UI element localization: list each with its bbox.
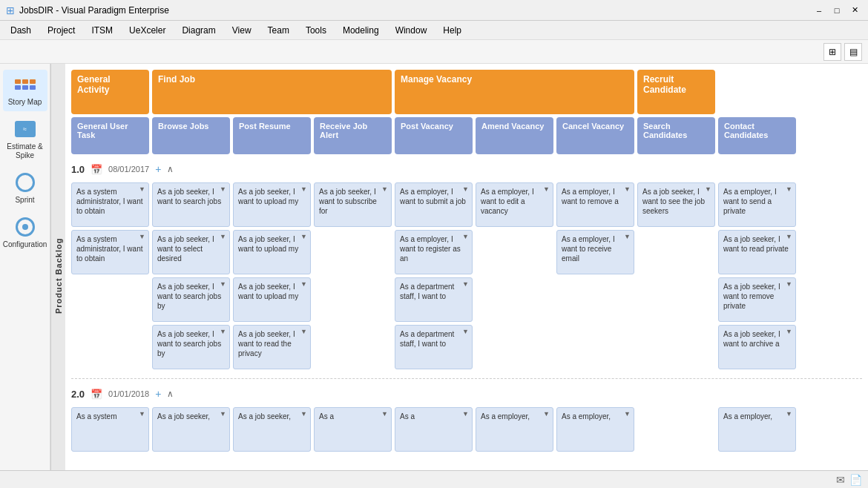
task-card[interactable]: ▼As a job seeker, I want to see the job … <box>637 182 715 227</box>
task-dropdown-icon[interactable]: ▼ <box>462 185 469 194</box>
document-icon[interactable]: 📄 <box>849 474 862 486</box>
task-card[interactable]: ▼As a employer, <box>718 407 796 452</box>
task-dropdown-icon[interactable]: ▼ <box>381 185 388 194</box>
task-dropdown-icon[interactable]: ▼ <box>300 280 307 289</box>
menu-item-team[interactable]: Team <box>260 23 297 38</box>
task-card[interactable]: ▼As a job seeker, I want to archive a <box>718 325 796 369</box>
sprint-collapse-btn[interactable]: ∧ <box>167 389 174 399</box>
story-card-post-resume[interactable]: Post Resume <box>233 117 311 154</box>
task-dropdown-icon[interactable]: ▼ <box>139 233 145 242</box>
task-dropdown-icon[interactable]: ▼ <box>786 185 792 194</box>
toolbar-panel-btn[interactable]: ▤ <box>844 43 862 61</box>
task-card[interactable]: ▼As a employer, <box>556 407 634 452</box>
story-card-browse-jobs[interactable]: Browse Jobs <box>152 117 230 154</box>
epic-card-recruit-candidate[interactable]: Recruit Candidate <box>637 70 715 114</box>
task-dropdown-icon[interactable]: ▼ <box>624 233 631 242</box>
task-dropdown-icon[interactable]: ▼ <box>786 233 792 242</box>
task-dropdown-icon[interactable]: ▼ <box>543 410 550 419</box>
task-card[interactable]: ▼As a employer, I want to edit a vacancy <box>476 182 553 227</box>
story-card-amend-vacancy[interactable]: Amend Vacancy <box>476 117 553 154</box>
sidebar-item-estimate-spike[interactable]: ≈ Estimate & Spike <box>3 114 47 165</box>
task-card[interactable]: ▼As a employer, I want to remove a <box>556 182 634 227</box>
task-card[interactable]: ▼As a employer, I want to register as an <box>395 230 473 274</box>
board-area[interactable]: General ActivityFind JobManage VacancyRe… <box>65 64 868 488</box>
task-card[interactable]: ▼As a <box>314 407 392 452</box>
task-card[interactable]: ▼As a job seeker, <box>233 407 311 452</box>
menu-item-view[interactable]: View <box>225 23 259 38</box>
task-dropdown-icon[interactable]: ▼ <box>543 185 550 194</box>
task-card[interactable]: ▼As a job seeker, I want to search jobs … <box>152 277 230 322</box>
task-dropdown-icon[interactable]: ▼ <box>300 328 307 337</box>
task-card[interactable]: ▼As a job seeker, I want to subscribe fo… <box>314 182 392 227</box>
task-dropdown-icon[interactable]: ▼ <box>705 185 711 194</box>
task-card[interactable]: ▼As a employer, I want to send a private <box>718 182 796 227</box>
sidebar-item-configuration[interactable]: Configuration <box>3 212 47 254</box>
task-dropdown-icon[interactable]: ▼ <box>300 185 307 194</box>
task-dropdown-icon[interactable]: ▼ <box>786 280 792 289</box>
sprint-collapse-btn[interactable]: ∧ <box>167 164 174 174</box>
task-dropdown-icon[interactable]: ▼ <box>786 328 792 337</box>
story-card-post-vacancy[interactable]: Post Vacancy <box>395 117 473 154</box>
task-card[interactable]: ▼As a job seeker, I want to remove priva… <box>718 277 796 322</box>
task-card[interactable]: ▼As a job seeker, I want to search jobs <box>152 182 230 227</box>
email-icon[interactable]: ✉ <box>836 474 845 486</box>
menu-item-project[interactable]: Project <box>40 23 82 38</box>
epic-card-manage-vacancy[interactable]: Manage Vacancy <box>395 70 634 114</box>
task-card[interactable]: ▼As a department staff, I want to <box>395 325 473 369</box>
story-card-contact-candidates[interactable]: Contact Candidates <box>718 117 796 154</box>
task-dropdown-icon[interactable]: ▼ <box>139 185 145 194</box>
menu-item-help[interactable]: Help <box>435 23 469 38</box>
task-card[interactable]: ▼As a employer, <box>476 407 553 452</box>
task-dropdown-icon[interactable]: ▼ <box>220 185 226 194</box>
maximize-button[interactable]: □ <box>829 3 844 18</box>
task-card[interactable]: ▼As a system administrator, I want to ob… <box>71 230 149 274</box>
menu-item-modeling[interactable]: Modeling <box>335 23 387 38</box>
task-dropdown-icon[interactable]: ▼ <box>220 328 226 337</box>
task-card[interactable]: ▼As a job seeker, I want to read private <box>718 230 796 274</box>
epic-card-general-activity[interactable]: General Activity <box>71 70 149 114</box>
task-dropdown-icon[interactable]: ▼ <box>462 280 469 289</box>
menu-item-itsm[interactable]: ITSM <box>84 23 120 38</box>
task-dropdown-icon[interactable]: ▼ <box>300 233 307 242</box>
sidebar-item-sprint[interactable]: Sprint <box>3 168 47 209</box>
task-card[interactable]: ▼As a job seeker, I want to search jobs … <box>152 325 230 369</box>
task-card[interactable]: ▼As a job seeker, I want to select desir… <box>152 230 230 274</box>
menu-item-tools[interactable]: Tools <box>298 23 334 38</box>
task-dropdown-icon[interactable]: ▼ <box>462 233 469 242</box>
task-dropdown-icon[interactable]: ▼ <box>300 410 307 419</box>
task-dropdown-icon[interactable]: ▼ <box>462 328 469 337</box>
epic-card-find-job[interactable]: Find Job <box>152 70 392 114</box>
task-card[interactable]: ▼As a employer, I want to receive email <box>556 230 634 274</box>
task-card[interactable]: ▼As a job seeker, I want to upload my <box>233 230 311 274</box>
task-dropdown-icon[interactable]: ▼ <box>220 280 226 289</box>
task-card[interactable]: ▼As a job seeker, I want to upload my <box>233 277 311 322</box>
story-card-cancel-vacancy[interactable]: Cancel Vacancy <box>556 117 634 154</box>
minimize-button[interactable]: – <box>812 3 826 18</box>
task-card[interactable]: ▼As a job seeker, I want to read the pri… <box>233 325 311 369</box>
task-card[interactable]: ▼As a job seeker, <box>152 407 230 452</box>
task-dropdown-icon[interactable]: ▼ <box>139 410 145 419</box>
task-card[interactable]: ▼As a employer, I want to submit a job <box>395 182 473 227</box>
task-card[interactable]: ▼As a <box>395 407 473 452</box>
task-dropdown-icon[interactable]: ▼ <box>786 410 792 419</box>
task-dropdown-icon[interactable]: ▼ <box>462 410 469 419</box>
sidebar-item-story-map[interactable]: Story Map <box>3 70 47 111</box>
task-dropdown-icon[interactable]: ▼ <box>624 185 631 194</box>
menu-item-window[interactable]: Window <box>388 23 435 38</box>
task-dropdown-icon[interactable]: ▼ <box>624 410 631 419</box>
menu-item-diagram[interactable]: Diagram <box>174 23 223 38</box>
menu-item-uexceler[interactable]: UeXceler <box>122 23 173 38</box>
task-card[interactable]: ▼As a system <box>71 407 149 452</box>
task-dropdown-icon[interactable]: ▼ <box>220 410 226 419</box>
close-button[interactable]: ✕ <box>847 3 862 18</box>
story-card-general-user-task[interactable]: General User Task <box>71 117 149 154</box>
task-card[interactable]: ▼As a department staff, I want to <box>395 277 473 322</box>
task-card[interactable]: ▼As a system administrator, I want to ob… <box>71 182 149 227</box>
task-card[interactable]: ▼As a job seeker, I want to upload my <box>233 182 311 227</box>
menu-item-dash[interactable]: Dash <box>3 23 39 38</box>
sprint-add-btn[interactable]: + <box>155 388 161 400</box>
toolbar-grid-btn[interactable]: ⊞ <box>823 43 841 61</box>
story-card-search-candidates[interactable]: Search Candidates <box>637 117 715 154</box>
story-card-receive-job-alert[interactable]: Receive Job Alert <box>314 117 392 154</box>
task-dropdown-icon[interactable]: ▼ <box>381 410 388 419</box>
